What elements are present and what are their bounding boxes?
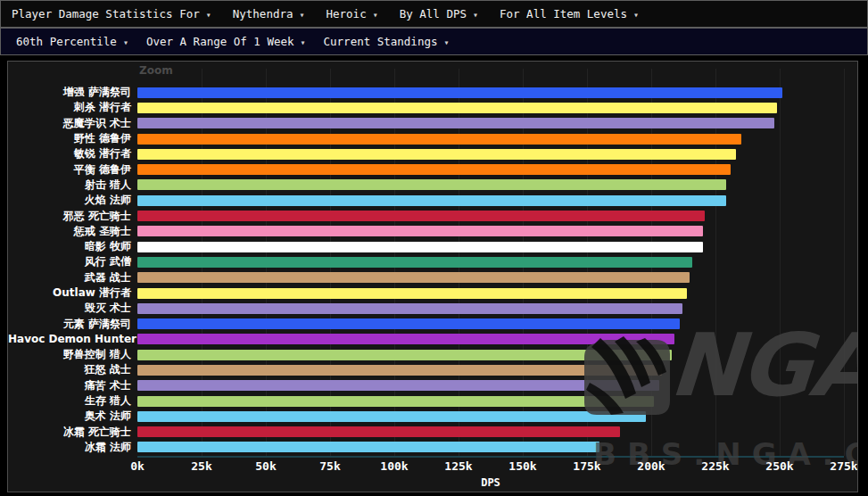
bar-track (137, 211, 857, 221)
category-label: 恶魔学识 术士 (8, 116, 137, 131)
app-window: Player Damage Statistics For ▾ Nythendra… (0, 0, 868, 496)
dps-bar[interactable] (137, 118, 774, 128)
dps-bar[interactable] (137, 87, 782, 98)
chevron-down-icon: ▾ (473, 10, 478, 20)
menu-standings-label: Current Standings (324, 35, 438, 48)
x-axis-tick-label: 25k (177, 459, 227, 473)
bar-track (137, 426, 857, 437)
chart-row: 恶魔学识 术士 (8, 116, 857, 131)
category-label: 刺杀 潜行者 (8, 100, 137, 115)
dps-bar[interactable] (137, 242, 703, 252)
chart-row: 冰霜 法师 (8, 440, 857, 455)
menu-metric[interactable]: By All DPS ▾ (400, 7, 478, 21)
dps-bar[interactable] (137, 179, 726, 190)
dps-bar[interactable] (137, 334, 674, 344)
dps-bar[interactable] (137, 103, 777, 113)
bar-track (137, 87, 857, 98)
chart-row: 邪恶 死亡骑士 (8, 208, 857, 223)
category-label: 痛苦 术士 (8, 378, 137, 393)
bar-track (137, 226, 857, 236)
category-label: 毁灭 术士 (8, 301, 137, 316)
menu-boss[interactable]: Nythendra ▾ (233, 7, 305, 21)
dps-bar[interactable] (137, 149, 736, 160)
chart-row: 风行 武僧 (8, 254, 857, 269)
plot-rows: 增强 萨满祭司刺杀 潜行者恶魔学识 术士野性 德鲁伊敏锐 潜行者平衡 德鲁伊射击… (8, 85, 857, 455)
secondary-menubar: 60th Percentile ▾ Over A Range Of 1 Week… (0, 28, 868, 55)
dps-bar[interactable] (137, 288, 687, 299)
chart-row: 野兽控制 猎人 (8, 347, 857, 362)
chart-row: 平衡 德鲁伊 (8, 161, 857, 177)
chevron-down-icon: ▾ (443, 37, 449, 47)
menu-boss-label: Nythendra (233, 7, 293, 21)
menu-statistics-type[interactable]: Player Damage Statistics For ▾ (12, 7, 211, 21)
category-label: Outlaw 潜行者 (8, 285, 137, 301)
dps-bar[interactable] (137, 350, 672, 360)
category-label: 平衡 德鲁伊 (8, 162, 137, 178)
chart-row: 射击 猎人 (8, 178, 857, 193)
dps-bar[interactable] (137, 365, 662, 376)
category-label: 惩戒 圣骑士 (8, 224, 137, 239)
chart-row: Havoc Demon Hunter (8, 332, 857, 347)
menu-time-range[interactable]: Over A Range Of 1 Week ▾ (146, 35, 306, 48)
menu-metric-label: By All DPS (400, 7, 467, 21)
menu-statistics-type-label: Player Damage Statistics For (12, 7, 200, 21)
chart-row: 冰霜 死亡骑士 (8, 425, 857, 440)
dps-bar[interactable] (137, 380, 659, 391)
dps-bar[interactable] (137, 164, 731, 175)
bar-track (137, 195, 857, 206)
category-label: 武器 战士 (8, 270, 137, 285)
menu-percentile[interactable]: 60th Percentile ▾ (16, 35, 128, 48)
chart-row: 刺杀 潜行者 (8, 100, 857, 115)
chart-row: 暗影 牧师 (8, 239, 857, 254)
chart-row: 野性 德鲁伊 (8, 131, 857, 146)
category-label: 奥术 法师 (8, 409, 137, 424)
bar-track (137, 103, 857, 113)
dps-bar[interactable] (137, 257, 692, 268)
bar-track (137, 149, 857, 160)
bar-track (137, 134, 857, 145)
bar-track (137, 272, 857, 283)
category-label: 元素 萨满祭司 (8, 317, 137, 332)
chart-row: 生存 猎人 (8, 393, 857, 409)
category-label: 增强 萨满祭司 (8, 85, 137, 100)
category-label: 风行 武僧 (8, 254, 137, 269)
dps-bar[interactable] (137, 303, 682, 314)
dps-bar[interactable] (137, 211, 705, 221)
x-axis-tick-label: 0k (112, 459, 162, 473)
chart-row: 惩戒 圣骑士 (8, 224, 857, 239)
x-axis-tick-label: 275k (819, 459, 858, 473)
category-label: 野兽控制 猎人 (8, 347, 137, 362)
x-axis-tick-label: 75k (305, 459, 355, 473)
chevron-down-icon: ▾ (633, 10, 639, 20)
chart-row: 痛苦 术士 (8, 378, 857, 393)
menu-standings[interactable]: Current Standings ▾ (324, 35, 450, 48)
chevron-down-icon: ▾ (373, 10, 378, 20)
dps-bar[interactable] (137, 226, 703, 236)
x-axis-line (137, 456, 844, 458)
bar-track (137, 365, 857, 376)
dps-bar[interactable] (137, 195, 726, 206)
chart-row: 武器 战士 (8, 270, 857, 285)
dps-bar[interactable] (137, 396, 654, 407)
bar-track (137, 396, 857, 407)
menu-difficulty-label: Heroic (327, 7, 367, 21)
dps-bar[interactable] (137, 272, 690, 283)
bar-track (137, 411, 857, 422)
bar-track (137, 442, 857, 452)
menu-difficulty[interactable]: Heroic ▾ (327, 7, 378, 21)
x-axis-tick-label: 150k (498, 459, 548, 473)
chart-row: Outlaw 潜行者 (8, 285, 857, 301)
dps-bar[interactable] (137, 134, 741, 145)
dps-bar[interactable] (137, 426, 620, 437)
menu-percentile-label: 60th Percentile (16, 35, 117, 48)
dps-bar[interactable] (137, 411, 646, 422)
chart-row: 元素 萨满祭司 (8, 316, 857, 331)
dps-bar[interactable] (137, 442, 599, 452)
bar-track (137, 334, 857, 344)
menu-item-level[interactable]: For All Item Levels ▾ (500, 7, 639, 21)
dps-bar[interactable] (137, 318, 680, 329)
chart-row: 增强 萨满祭司 (8, 85, 857, 100)
bar-track (137, 179, 857, 190)
bar-track (137, 242, 857, 252)
category-label: Havoc Demon Hunter (8, 333, 137, 345)
